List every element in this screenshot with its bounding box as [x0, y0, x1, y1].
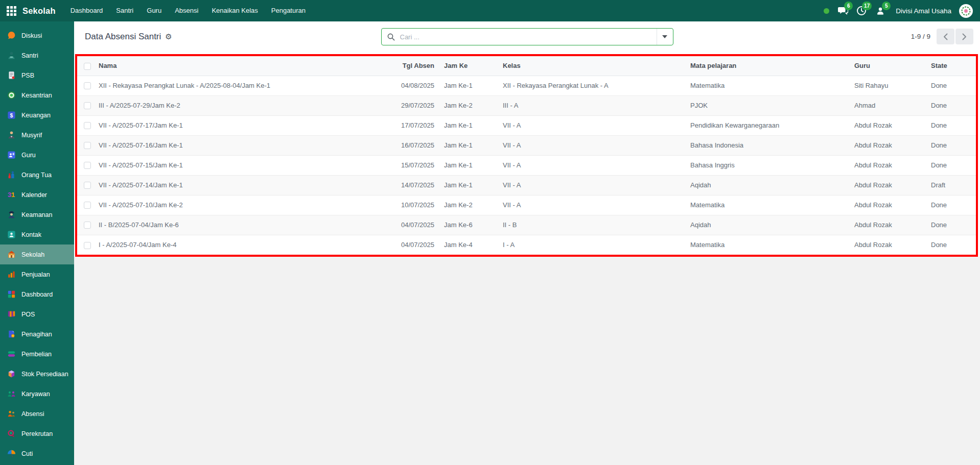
messages-icon[interactable]: 6	[837, 5, 848, 16]
pager-next-button[interactable]	[955, 29, 973, 44]
table-row[interactable]: XII - Rekayasa Perangkat Lunak - A/2025-…	[77, 76, 976, 95]
cell-tgl[interactable]: 04/07/2025	[356, 235, 437, 255]
row-checkbox[interactable]	[84, 202, 91, 209]
cell-kelas[interactable]: XII - Rekayasa Perangkat Lunak - A	[496, 76, 684, 95]
column-header-kelas[interactable]: Kelas	[496, 56, 684, 76]
cell-state[interactable]: Done	[924, 95, 976, 115]
cell-nama[interactable]: XII - Rekayasa Perangkat Lunak - A/2025-…	[96, 76, 356, 95]
cell-nama[interactable]: VII - A/2025-07-15/Jam Ke-1	[96, 155, 356, 175]
cell-guru[interactable]: Abdul Rozak	[848, 195, 924, 215]
sidebar-item-musyrif[interactable]: Musyrif	[0, 125, 74, 145]
cell-jam[interactable]: Jam Ke-2	[437, 195, 496, 215]
table-row[interactable]: I - A/2025-07-04/Jam Ke-404/07/2025Jam K…	[77, 235, 976, 255]
search-filter-dropdown[interactable]	[657, 29, 673, 45]
table-row[interactable]: VII - A/2025-07-10/Jam Ke-210/07/2025Jam…	[77, 195, 976, 215]
cell-tgl[interactable]: 10/07/2025	[356, 195, 437, 215]
topbar-menu-pengaturan[interactable]: Pengaturan	[265, 0, 312, 21]
cell-state[interactable]: Done	[924, 135, 976, 155]
column-header-state[interactable]: State	[924, 56, 976, 76]
row-checkbox[interactable]	[84, 142, 91, 149]
cell-jam[interactable]: Jam Ke-6	[437, 215, 496, 235]
cell-tgl[interactable]: 17/07/2025	[356, 115, 437, 135]
sidebar-item-kalender[interactable]: 31Kalender	[0, 185, 74, 205]
sidebar-item-keuangan[interactable]: $Keuangan	[0, 105, 74, 125]
cell-kelas[interactable]: VII - A	[496, 155, 684, 175]
topbar-menu-kenaikan-kelas[interactable]: Kenaikan Kelas	[205, 0, 264, 21]
sidebar-item-kesantrian[interactable]: Kesantrian	[0, 85, 74, 105]
cell-guru[interactable]: Abdul Rozak	[848, 115, 924, 135]
cell-nama[interactable]: I - A/2025-07-04/Jam Ke-4	[96, 235, 356, 255]
cell-tgl[interactable]: 29/07/2025	[356, 95, 437, 115]
activities-clock-icon[interactable]: 17	[856, 5, 867, 16]
row-checkbox[interactable]	[84, 182, 91, 189]
cell-nama[interactable]: III - A/2025-07-29/Jam Ke-2	[96, 95, 356, 115]
cell-guru[interactable]: Abdul Rozak	[848, 235, 924, 255]
column-header-guru[interactable]: Guru	[848, 56, 924, 76]
table-row[interactable]: III - A/2025-07-29/Jam Ke-229/07/2025Jam…	[77, 95, 976, 115]
apps-grid-icon[interactable]	[0, 0, 22, 21]
avatar[interactable]	[959, 4, 973, 18]
column-header-nama[interactable]: Nama	[96, 56, 356, 76]
cell-mapel[interactable]: Pendidikan Kewarganegaraan	[684, 115, 848, 135]
sidebar-item-orang-tua[interactable]: Orang Tua	[0, 165, 74, 185]
cell-state[interactable]: Done	[924, 195, 976, 215]
cell-state[interactable]: Done	[924, 235, 976, 255]
search-input[interactable]	[399, 33, 657, 41]
row-checkbox[interactable]	[84, 102, 91, 109]
row-checkbox[interactable]	[84, 82, 91, 89]
cell-tgl[interactable]: 04/08/2025	[356, 76, 437, 95]
pager-prev-button[interactable]	[937, 29, 954, 44]
cell-jam[interactable]: Jam Ke-4	[437, 235, 496, 255]
cell-nama[interactable]: VII - A/2025-07-17/Jam Ke-1	[96, 115, 356, 135]
cell-tgl[interactable]: 16/07/2025	[356, 135, 437, 155]
cell-jam[interactable]: Jam Ke-1	[437, 175, 496, 195]
column-header-jam-ke[interactable]: Jam Ke	[437, 56, 496, 76]
cell-jam[interactable]: Jam Ke-2	[437, 95, 496, 115]
cell-jam[interactable]: Jam Ke-1	[437, 76, 496, 95]
cell-kelas[interactable]: VII - A	[496, 175, 684, 195]
row-checkbox[interactable]	[84, 222, 91, 229]
table-row[interactable]: VII - A/2025-07-14/Jam Ke-114/07/2025Jam…	[77, 175, 976, 195]
user-menu[interactable]: Divisi Amal Usaha	[896, 7, 951, 15]
cell-kelas[interactable]: VII - A	[496, 115, 684, 135]
app-brand[interactable]: Sekolah	[22, 6, 56, 16]
cell-guru[interactable]: Ahmad	[848, 95, 924, 115]
sidebar-item-sekolah[interactable]: Sekolah	[0, 244, 74, 264]
sidebar-item-perekrutan[interactable]: Perekrutan	[0, 424, 74, 444]
cell-mapel[interactable]: Bahasa Indonesia	[684, 135, 848, 155]
sidebar-item-stok-persediaan[interactable]: Stok Persediaan	[0, 364, 74, 384]
cell-mapel[interactable]: Aqidah	[684, 215, 848, 235]
cell-kelas[interactable]: VII - A	[496, 195, 684, 215]
cell-guru[interactable]: Siti Rahayu	[848, 76, 924, 95]
row-checkbox[interactable]	[84, 162, 91, 169]
cell-state[interactable]: Done	[924, 155, 976, 175]
select-all-checkbox[interactable]	[84, 63, 91, 70]
cell-mapel[interactable]: Aqidah	[684, 175, 848, 195]
sidebar-item-psb[interactable]: PSB	[0, 65, 74, 85]
sidebar-item-cuti[interactable]: Cuti	[0, 444, 74, 463]
cell-kelas[interactable]: III - A	[496, 95, 684, 115]
sidebar-item-kontak[interactable]: Kontak	[0, 225, 74, 244]
sidebar-item-dashboard[interactable]: Dashboard	[0, 284, 74, 304]
sidebar-item-keamanan[interactable]: Keamanan	[0, 205, 74, 225]
cell-tgl[interactable]: 04/07/2025	[356, 215, 437, 235]
cell-mapel[interactable]: Bahasa Inggris	[684, 155, 848, 175]
cell-guru[interactable]: Abdul Rozak	[848, 215, 924, 235]
sidebar-item-penjualan[interactable]: Penjualan	[0, 264, 74, 284]
sidebar-item-santri[interactable]: Santri	[0, 45, 74, 65]
cell-nama[interactable]: VII - A/2025-07-14/Jam Ke-1	[96, 175, 356, 195]
sidebar-item-penagihan[interactable]: Penagihan	[0, 324, 74, 344]
row-checkbox[interactable]	[84, 242, 91, 249]
column-header-mata-pelajaran[interactable]: Mata pelajaran	[684, 56, 848, 76]
cell-nama[interactable]: VII - A/2025-07-16/Jam Ke-1	[96, 135, 356, 155]
table-row[interactable]: VII - A/2025-07-16/Jam Ke-116/07/2025Jam…	[77, 135, 976, 155]
inbox-person-icon[interactable]: 5	[875, 5, 886, 16]
topbar-menu-dashboard[interactable]: Dashboard	[64, 0, 110, 21]
cell-jam[interactable]: Jam Ke-1	[437, 155, 496, 175]
cell-jam[interactable]: Jam Ke-1	[437, 115, 496, 135]
table-row[interactable]: VII - A/2025-07-15/Jam Ke-115/07/2025Jam…	[77, 155, 976, 175]
cell-kelas[interactable]: VII - A	[496, 135, 684, 155]
cell-mapel[interactable]: Matematika	[684, 76, 848, 95]
cell-jam[interactable]: Jam Ke-1	[437, 135, 496, 155]
cell-guru[interactable]: Abdul Rozak	[848, 135, 924, 155]
